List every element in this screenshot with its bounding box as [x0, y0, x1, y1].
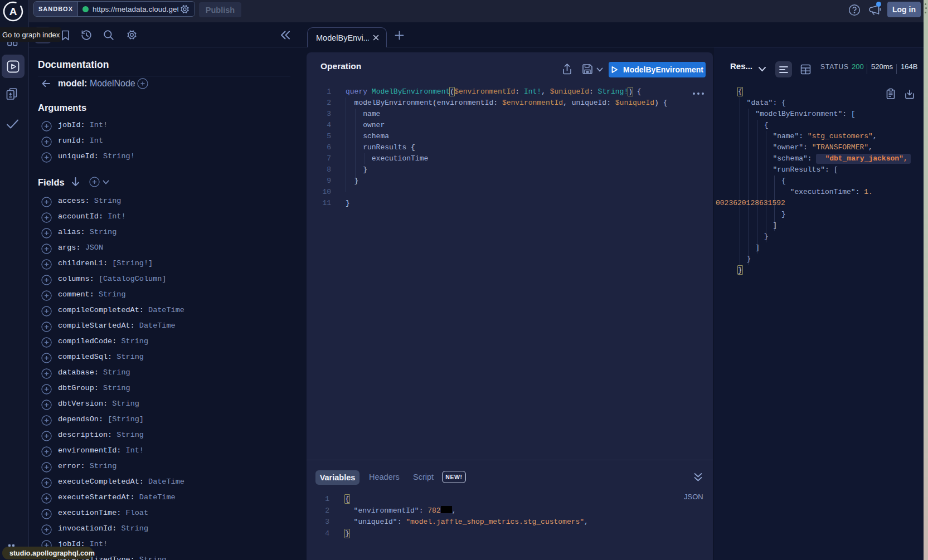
svg-text:A: A [9, 6, 17, 17]
